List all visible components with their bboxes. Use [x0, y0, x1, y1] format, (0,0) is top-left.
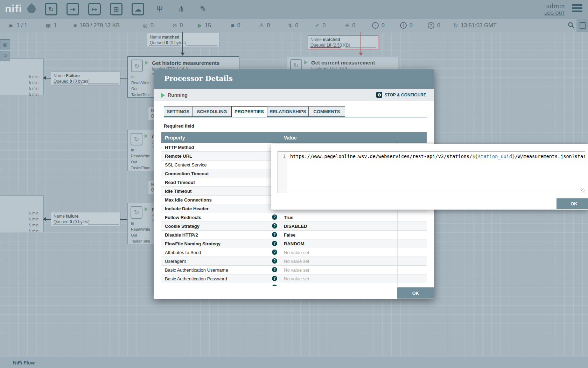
- property-value-cell[interactable]: False: [279, 231, 398, 239]
- property-help-icon[interactable]: ?: [272, 232, 277, 237]
- logout-link[interactable]: LOG OUT: [544, 11, 565, 16]
- top-toolbar: nifi ↻⇥↦⊞☁Ψ⋔✎ admin LOG OUT: [0, 0, 588, 19]
- value-editor[interactable]: 1 https://www.pegelonline.wsv.de/webserv…: [278, 151, 585, 193]
- property-value-cell[interactable]: DISABLED: [279, 222, 398, 230]
- global-menu-icon[interactable]: [572, 4, 582, 14]
- editor-line-number: 1: [278, 152, 287, 193]
- editor-code-line[interactable]: https://www.pegelonline.wsv.de/webservic…: [287, 152, 585, 193]
- search-icon[interactable]: [568, 22, 575, 29]
- processor-box-clipped[interactable]: 5 min5 min5 min5 min: [0, 195, 44, 232]
- processor-stat-label: Read/Write: [131, 154, 150, 158]
- processor-stat-window: 5 min: [29, 80, 38, 84]
- connection-label[interactable]: Name matchedQueued 10 (2.53 KB): [308, 35, 378, 49]
- processor-run-icon: [145, 134, 148, 138]
- connection-name: Name matched: [150, 35, 180, 40]
- property-help-icon[interactable]: ?: [272, 250, 277, 255]
- property-row-spacer: [398, 231, 427, 239]
- dialog-ok-button[interactable]: OK: [397, 287, 434, 299]
- property-help-icon[interactable]: ?: [272, 285, 277, 286]
- processor-name: Get historic measurements: [152, 60, 219, 66]
- nifi-application: ↻Get historic measurementsInvokeHTTP 1.1…: [0, 0, 588, 368]
- property-value-cell[interactable]: No value set: [279, 266, 398, 274]
- property-row: Disable HTTP/2?False: [161, 231, 427, 239]
- processor-stat-window: 5 min: [29, 92, 38, 96]
- tab-comments[interactable]: COMMENTS: [308, 106, 345, 117]
- breadcrumb-bar: NiFi Flow: [0, 357, 588, 368]
- property-row-spacer: [398, 283, 427, 286]
- url-prefix-text: https://www.pegelonline.wsv.de/webservic…: [290, 154, 472, 159]
- running-count-value: 15: [205, 22, 211, 29]
- processor-type-icon: ↻: [131, 206, 142, 219]
- label-icon[interactable]: ✎: [197, 3, 209, 15]
- property-help-icon[interactable]: ?: [272, 214, 277, 220]
- output-port-icon[interactable]: ↦: [88, 3, 101, 15]
- active-thread-count-icon: ▣: [8, 22, 14, 29]
- property-row: Cookie Strategy?DISABLED: [161, 222, 427, 231]
- settings-panel-toggle[interactable]: [576, 19, 588, 32]
- connection-label[interactable]: Name failureQueued 0 (0 bytes): [51, 212, 121, 226]
- panel-icon: [580, 22, 586, 29]
- remote-process-group-icon[interactable]: ☁: [132, 3, 144, 15]
- editor-ok-button[interactable]: OK: [556, 198, 588, 209]
- dialog-tabbar: SETTINGSSCHEDULINGPROPERTIESRELATIONSHIP…: [164, 106, 427, 117]
- connection-label[interactable]: Name FailureQueued 0 (0 bytes): [51, 71, 121, 86]
- property-value-cell[interactable]: True: [279, 213, 398, 222]
- property-row: Follow Redirects?True: [161, 213, 427, 222]
- breadcrumb[interactable]: NiFi Flow: [13, 360, 35, 366]
- up-to-date-count-icon: ✔: [315, 22, 320, 29]
- canvas-float-button[interactable]: ◎: [0, 39, 10, 49]
- property-name-cell: Idle Timeout: [161, 187, 279, 195]
- queue-size-indicator: [53, 224, 83, 225]
- locally-modified-count-icon: ✳: [345, 22, 349, 29]
- processor-icon[interactable]: ↻: [45, 3, 57, 15]
- processor-stat-window: 5 min: [29, 229, 38, 233]
- property-help-icon[interactable]: ?: [272, 223, 277, 229]
- properties-table-header: Property Value: [161, 132, 427, 143]
- invalid-count-icon: ⚠: [259, 22, 264, 29]
- processor-run-icon: [304, 60, 308, 64]
- tab-properties[interactable]: PROPERTIES: [231, 106, 267, 117]
- property-name-cell: Cookie Strategy?: [161, 222, 279, 230]
- property-help-icon[interactable]: ?: [272, 241, 277, 246]
- property-name-cell: Basic Authentication Username?: [161, 266, 279, 274]
- stale-count: ↑0: [372, 19, 385, 32]
- dialog-title: Processor Details: [164, 74, 233, 83]
- queue-count-indicator: [88, 83, 119, 84]
- locally-modified-count: ✳0: [345, 19, 355, 32]
- gear-icon: ⚙: [376, 92, 382, 98]
- property-name-cell: FlowFile Naming Strategy?: [161, 239, 279, 248]
- queued-size: ≡193 / 279.12 KB: [74, 19, 120, 32]
- property-name-cell: Disable HTTP/2?: [161, 231, 279, 239]
- property-value-cell[interactable]: No value set: [279, 248, 398, 257]
- tab-scheduling[interactable]: SCHEDULING: [192, 106, 231, 117]
- property-name-cell: Include Date Header: [161, 204, 279, 213]
- property-name-cell: Useragent?: [161, 257, 279, 265]
- property-row-spacer: [398, 213, 427, 222]
- property-help-icon[interactable]: ?: [272, 267, 277, 272]
- tab-settings[interactable]: SETTINGS: [164, 106, 192, 117]
- property-help-icon[interactable]: ?: [272, 276, 277, 281]
- template-icon[interactable]: ⋔: [175, 3, 188, 15]
- property-value-cell[interactable]: No value set: [279, 257, 398, 265]
- property-value-cell[interactable]: [279, 283, 398, 286]
- process-group-icon[interactable]: ⊞: [110, 3, 122, 15]
- processor-name: Get current measurement: [311, 60, 375, 66]
- refresh-icon[interactable]: ↻: [453, 22, 458, 29]
- input-port-icon[interactable]: ⇥: [66, 3, 79, 15]
- editor-resize-handle[interactable]: [581, 189, 584, 192]
- canvas-float-button[interactable]: ⚐: [0, 51, 10, 61]
- property-row: Basic Authentication Password?No value s…: [161, 274, 427, 283]
- funnel-icon[interactable]: Ψ: [153, 3, 166, 15]
- disabled-count: ↯0: [288, 19, 298, 32]
- tab-relationships[interactable]: RELATIONSHIPS: [267, 106, 308, 117]
- processor-stat-label: Out: [131, 233, 137, 237]
- connection-arrow-icon: [359, 53, 363, 56]
- stop-and-configure-button[interactable]: ⚙ STOP & CONFIGURE: [376, 92, 426, 98]
- property-value-cell[interactable]: No value set: [279, 274, 398, 283]
- processor-box-clipped[interactable]: 5 min5 min5 min5 min: [0, 59, 44, 95]
- property-value-cell[interactable]: RANDOM: [279, 239, 398, 248]
- processor-type-icon: ↻: [131, 133, 142, 145]
- transmitting-count-icon: ◎: [143, 22, 148, 29]
- property-help-icon[interactable]: ?: [272, 258, 277, 264]
- connection-label[interactable]: Name matchedQueued 0 (0 bytes): [147, 33, 219, 47]
